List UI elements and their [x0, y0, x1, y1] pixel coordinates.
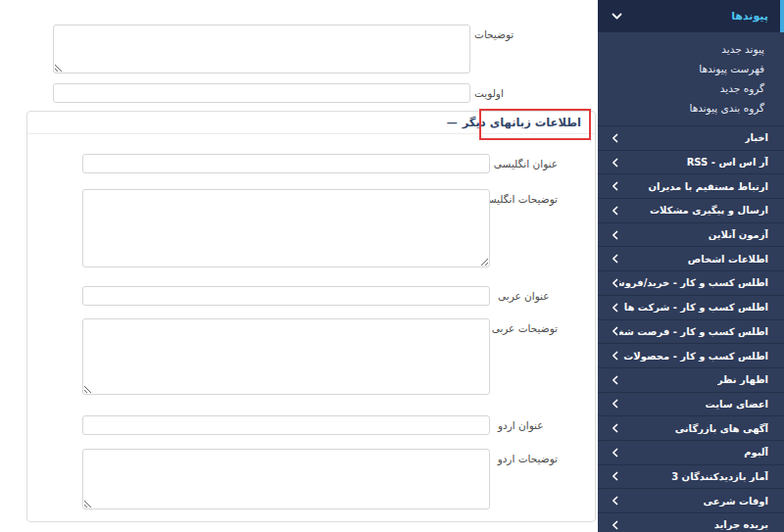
submenu-item[interactable]: گروه بندی پیوندها [598, 98, 784, 118]
sidebar-group[interactable]: اطلس کسب و کار - شرکت ها [598, 295, 784, 319]
sidebar-group[interactable]: اطلس کسب و کار - فرصت شغلی [598, 319, 784, 344]
sidebar-group[interactable]: اظهار نظر [598, 367, 784, 392]
sidebar-group-label: بریده جراید [714, 519, 768, 530]
chevron-left-icon [612, 375, 618, 385]
chevron-left-icon [612, 471, 618, 481]
chevron-left-icon [612, 496, 618, 506]
chevron-left-icon [612, 423, 618, 433]
submenu-item[interactable]: گروه جدید [598, 78, 784, 98]
sidebar-group[interactable]: آمار بازدیدکنندگان 3 [598, 464, 784, 489]
sidebar-group-label: آمار بازدیدکنندگان 3 [671, 471, 768, 482]
sidebar-group[interactable]: اطلاعات اشخاص [598, 246, 784, 270]
field-input[interactable] [53, 83, 470, 103]
links-submenu: پیوند جدیدفهرست پیوندهاگروه جدیدگروه بند… [598, 32, 784, 125]
field-input[interactable] [82, 286, 490, 306]
form-row: عنوان انگلیسی [82, 154, 567, 173]
sidebar-group[interactable]: اطلس کسب و کار - خرید/فروش [598, 270, 784, 295]
sidebar-group-label: اطلس کسب و کار - شرکت ها [624, 302, 768, 313]
field-textarea[interactable] [82, 449, 490, 509]
chevron-left-icon [612, 206, 618, 216]
chevron-left-icon [612, 278, 618, 288]
sidebar-group-label: اظهار نظر [717, 374, 768, 385]
field-textarea[interactable] [82, 189, 490, 267]
sidebar-group[interactable]: آزمون آنلاین [598, 222, 784, 247]
sidebar-group-label: اطلس کسب و کار - فرصت شغلی [619, 326, 768, 337]
sidebar-group[interactable]: اطلس کسب و کار - محصولات [598, 343, 784, 367]
panel-title: اطلاعات زبانهای دیگر [463, 116, 581, 129]
screen: توضیحات اولویت اطلاعات زبانهای دیگر — عن… [0, 0, 784, 532]
sidebar-group-label: اوقات شرعی [704, 496, 768, 507]
sidebar-group-label: ارتباط مستقیم با مدیران [648, 181, 768, 192]
sidebar-group-label: آلبوم [744, 447, 768, 458]
field-label: توضیحات اردو [490, 449, 567, 464]
other-languages-panel-body: عنوان انگلیسی توضیحات انگلیسی عنوان عربی… [27, 134, 595, 509]
sidebar-group[interactable]: اعضای سایت [598, 392, 784, 416]
chevron-left-icon [612, 133, 618, 143]
chevron-left-icon [612, 158, 618, 168]
form-row: عنوان اردو [82, 415, 567, 435]
submenu-item[interactable]: پیوند جدید [598, 39, 784, 59]
sidebar-group-label: اطلس کسب و کار - خرید/فروش [619, 277, 768, 288]
sidebar-group[interactable]: اوقات شرعی [598, 488, 784, 512]
sidebar-group[interactable]: آر اس اس - RSS [598, 150, 784, 174]
sidebar-group[interactable]: ارتباط مستقیم با مدیران [598, 173, 784, 198]
field-label: توضیحات انگلیسی [490, 189, 567, 205]
form-row: عنوان عربی [82, 286, 567, 306]
chevron-left-icon [612, 254, 618, 264]
sidebar-group-label: آگهی های بازرگانی [675, 423, 768, 434]
submenu-item[interactable]: فهرست پیوندها [598, 59, 784, 78]
top-form: توضیحات اولویت [53, 0, 537, 103]
form-row: توضیحات انگلیسی [82, 189, 567, 267]
sidebar-group-label: اطلس کسب و کار - محصولات [623, 351, 768, 362]
chevron-left-icon [612, 351, 618, 361]
field-input[interactable] [82, 415, 490, 435]
sidebar-group-label: اعضای سایت [706, 399, 768, 410]
field-label: عنوان اردو [490, 415, 567, 431]
field-label: عنوان عربی [490, 286, 567, 302]
field-textarea[interactable] [82, 318, 490, 395]
form-row: توضیحات [53, 24, 537, 73]
field-label: اولویت [470, 83, 537, 99]
other-languages-panel: اطلاعات زبانهای دیگر — عنوان انگلیسی توض… [26, 111, 596, 522]
sidebar-group-label: اطلاعات اشخاص [688, 254, 768, 265]
form-row: اولویت [53, 83, 537, 103]
chevron-left-icon [612, 448, 618, 458]
chevron-down-icon [612, 13, 622, 21]
field-input[interactable] [82, 154, 490, 173]
field-label: توضیحات [470, 24, 537, 40]
sidebar-group-label: اخبار [745, 132, 768, 143]
sidebar-group-label: ارسال و پیگیری مشکلات [650, 205, 768, 216]
chevron-left-icon [612, 326, 618, 336]
other-languages-panel-heading[interactable]: اطلاعات زبانهای دیگر — [27, 112, 595, 134]
chevron-left-icon [612, 520, 618, 530]
sidebar-group-label: آر اس اس - RSS [687, 157, 768, 168]
chevron-left-icon [612, 181, 618, 191]
chevron-left-icon [612, 399, 618, 409]
sidebar: پیوندها پیوند جدیدفهرست پیوندهاگروه جدید… [598, 0, 784, 532]
form-row: توضیحات عربی [82, 318, 567, 395]
sidebar-group[interactable]: ارسال و پیگیری مشکلات [598, 198, 784, 222]
chevron-left-icon [612, 230, 618, 240]
field-textarea[interactable] [53, 24, 470, 73]
sidebar-group[interactable]: بریده جراید [598, 512, 784, 532]
collapse-minus-icon: — [447, 117, 458, 129]
sidebar-group-links[interactable]: پیوندها [598, 0, 784, 32]
field-label: عنوان انگلیسی [490, 154, 567, 169]
sidebar-group-label: پیوندها [731, 10, 768, 23]
chevron-left-icon [612, 303, 618, 313]
sidebar-group[interactable]: آلبوم [598, 440, 784, 464]
sidebar-group[interactable]: اخبار [598, 125, 784, 150]
sidebar-group-label: آزمون آنلاین [709, 229, 768, 240]
form-row: توضیحات اردو [82, 449, 567, 509]
sidebar-group[interactable]: آگهی های بازرگانی [598, 415, 784, 440]
field-label: توضیحات عربی [490, 318, 567, 334]
form-area: توضیحات اولویت اطلاعات زبانهای دیگر — عن… [0, 0, 598, 532]
